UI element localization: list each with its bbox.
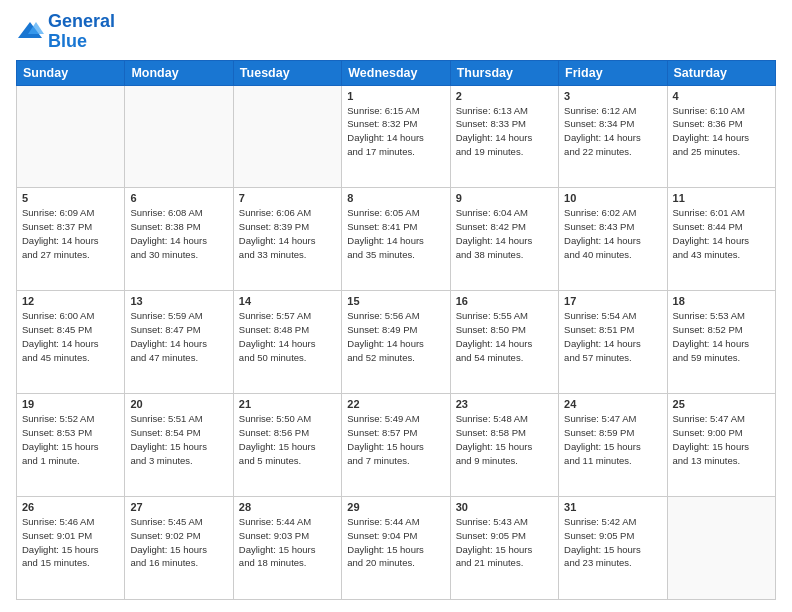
calendar-day-cell: 22Sunrise: 5:49 AM Sunset: 8:57 PM Dayli… <box>342 394 450 497</box>
calendar-day-cell: 1Sunrise: 6:15 AM Sunset: 8:32 PM Daylig… <box>342 85 450 188</box>
day-info: Sunrise: 5:49 AM Sunset: 8:57 PM Dayligh… <box>347 412 444 467</box>
day-of-week-header: Thursday <box>450 60 558 85</box>
day-number: 9 <box>456 192 553 204</box>
day-number: 29 <box>347 501 444 513</box>
day-number: 11 <box>673 192 770 204</box>
calendar-week-row: 1Sunrise: 6:15 AM Sunset: 8:32 PM Daylig… <box>17 85 776 188</box>
calendar-day-cell: 4Sunrise: 6:10 AM Sunset: 8:36 PM Daylig… <box>667 85 775 188</box>
day-info: Sunrise: 6:15 AM Sunset: 8:32 PM Dayligh… <box>347 104 444 159</box>
calendar-day-cell: 10Sunrise: 6:02 AM Sunset: 8:43 PM Dayli… <box>559 188 667 291</box>
day-of-week-header: Friday <box>559 60 667 85</box>
day-number: 4 <box>673 90 770 102</box>
page: General Blue SundayMondayTuesdayWednesda… <box>0 0 792 612</box>
day-number: 1 <box>347 90 444 102</box>
day-number: 12 <box>22 295 119 307</box>
day-info: Sunrise: 5:46 AM Sunset: 9:01 PM Dayligh… <box>22 515 119 570</box>
day-info: Sunrise: 5:54 AM Sunset: 8:51 PM Dayligh… <box>564 309 661 364</box>
calendar-day-cell: 23Sunrise: 5:48 AM Sunset: 8:58 PM Dayli… <box>450 394 558 497</box>
day-info: Sunrise: 5:43 AM Sunset: 9:05 PM Dayligh… <box>456 515 553 570</box>
calendar-day-cell <box>233 85 341 188</box>
day-info: Sunrise: 5:57 AM Sunset: 8:48 PM Dayligh… <box>239 309 336 364</box>
day-of-week-header: Sunday <box>17 60 125 85</box>
calendar-day-cell: 15Sunrise: 5:56 AM Sunset: 8:49 PM Dayli… <box>342 291 450 394</box>
day-number: 10 <box>564 192 661 204</box>
day-of-week-header: Tuesday <box>233 60 341 85</box>
day-info: Sunrise: 5:44 AM Sunset: 9:04 PM Dayligh… <box>347 515 444 570</box>
day-info: Sunrise: 6:00 AM Sunset: 8:45 PM Dayligh… <box>22 309 119 364</box>
day-info: Sunrise: 6:12 AM Sunset: 8:34 PM Dayligh… <box>564 104 661 159</box>
calendar-day-cell: 29Sunrise: 5:44 AM Sunset: 9:04 PM Dayli… <box>342 497 450 600</box>
day-number: 20 <box>130 398 227 410</box>
day-info: Sunrise: 5:52 AM Sunset: 8:53 PM Dayligh… <box>22 412 119 467</box>
day-info: Sunrise: 5:55 AM Sunset: 8:50 PM Dayligh… <box>456 309 553 364</box>
day-info: Sunrise: 6:13 AM Sunset: 8:33 PM Dayligh… <box>456 104 553 159</box>
day-number: 8 <box>347 192 444 204</box>
day-info: Sunrise: 5:44 AM Sunset: 9:03 PM Dayligh… <box>239 515 336 570</box>
calendar-day-cell: 5Sunrise: 6:09 AM Sunset: 8:37 PM Daylig… <box>17 188 125 291</box>
day-number: 19 <box>22 398 119 410</box>
calendar-day-cell <box>125 85 233 188</box>
calendar-day-cell: 8Sunrise: 6:05 AM Sunset: 8:41 PM Daylig… <box>342 188 450 291</box>
calendar-day-cell: 21Sunrise: 5:50 AM Sunset: 8:56 PM Dayli… <box>233 394 341 497</box>
calendar-week-row: 19Sunrise: 5:52 AM Sunset: 8:53 PM Dayli… <box>17 394 776 497</box>
calendar-day-cell: 18Sunrise: 5:53 AM Sunset: 8:52 PM Dayli… <box>667 291 775 394</box>
day-info: Sunrise: 6:01 AM Sunset: 8:44 PM Dayligh… <box>673 206 770 261</box>
calendar-day-cell <box>667 497 775 600</box>
day-info: Sunrise: 6:02 AM Sunset: 8:43 PM Dayligh… <box>564 206 661 261</box>
day-of-week-header: Saturday <box>667 60 775 85</box>
day-number: 30 <box>456 501 553 513</box>
day-info: Sunrise: 6:06 AM Sunset: 8:39 PM Dayligh… <box>239 206 336 261</box>
day-info: Sunrise: 6:04 AM Sunset: 8:42 PM Dayligh… <box>456 206 553 261</box>
day-info: Sunrise: 5:59 AM Sunset: 8:47 PM Dayligh… <box>130 309 227 364</box>
day-number: 31 <box>564 501 661 513</box>
calendar-table: SundayMondayTuesdayWednesdayThursdayFrid… <box>16 60 776 600</box>
day-info: Sunrise: 6:05 AM Sunset: 8:41 PM Dayligh… <box>347 206 444 261</box>
calendar-header-row: SundayMondayTuesdayWednesdayThursdayFrid… <box>17 60 776 85</box>
day-info: Sunrise: 5:42 AM Sunset: 9:05 PM Dayligh… <box>564 515 661 570</box>
logo-icon <box>16 18 44 46</box>
calendar-day-cell: 13Sunrise: 5:59 AM Sunset: 8:47 PM Dayli… <box>125 291 233 394</box>
calendar-day-cell: 17Sunrise: 5:54 AM Sunset: 8:51 PM Dayli… <box>559 291 667 394</box>
day-number: 7 <box>239 192 336 204</box>
day-number: 27 <box>130 501 227 513</box>
calendar-day-cell: 31Sunrise: 5:42 AM Sunset: 9:05 PM Dayli… <box>559 497 667 600</box>
day-number: 13 <box>130 295 227 307</box>
day-number: 23 <box>456 398 553 410</box>
calendar-day-cell: 9Sunrise: 6:04 AM Sunset: 8:42 PM Daylig… <box>450 188 558 291</box>
day-number: 22 <box>347 398 444 410</box>
day-number: 21 <box>239 398 336 410</box>
day-number: 24 <box>564 398 661 410</box>
day-info: Sunrise: 5:50 AM Sunset: 8:56 PM Dayligh… <box>239 412 336 467</box>
day-number: 3 <box>564 90 661 102</box>
day-of-week-header: Wednesday <box>342 60 450 85</box>
calendar-day-cell: 19Sunrise: 5:52 AM Sunset: 8:53 PM Dayli… <box>17 394 125 497</box>
day-of-week-header: Monday <box>125 60 233 85</box>
calendar-day-cell: 6Sunrise: 6:08 AM Sunset: 8:38 PM Daylig… <box>125 188 233 291</box>
logo: General Blue <box>16 12 115 52</box>
day-number: 2 <box>456 90 553 102</box>
day-info: Sunrise: 6:08 AM Sunset: 8:38 PM Dayligh… <box>130 206 227 261</box>
calendar-day-cell: 25Sunrise: 5:47 AM Sunset: 9:00 PM Dayli… <box>667 394 775 497</box>
day-number: 17 <box>564 295 661 307</box>
day-number: 5 <box>22 192 119 204</box>
calendar-week-row: 12Sunrise: 6:00 AM Sunset: 8:45 PM Dayli… <box>17 291 776 394</box>
day-info: Sunrise: 5:48 AM Sunset: 8:58 PM Dayligh… <box>456 412 553 467</box>
calendar-day-cell: 14Sunrise: 5:57 AM Sunset: 8:48 PM Dayli… <box>233 291 341 394</box>
calendar-day-cell: 30Sunrise: 5:43 AM Sunset: 9:05 PM Dayli… <box>450 497 558 600</box>
calendar-day-cell: 27Sunrise: 5:45 AM Sunset: 9:02 PM Dayli… <box>125 497 233 600</box>
day-number: 28 <box>239 501 336 513</box>
day-number: 16 <box>456 295 553 307</box>
calendar-day-cell: 24Sunrise: 5:47 AM Sunset: 8:59 PM Dayli… <box>559 394 667 497</box>
calendar-day-cell: 7Sunrise: 6:06 AM Sunset: 8:39 PM Daylig… <box>233 188 341 291</box>
calendar-day-cell: 3Sunrise: 6:12 AM Sunset: 8:34 PM Daylig… <box>559 85 667 188</box>
day-number: 15 <box>347 295 444 307</box>
day-number: 26 <box>22 501 119 513</box>
calendar-week-row: 26Sunrise: 5:46 AM Sunset: 9:01 PM Dayli… <box>17 497 776 600</box>
day-number: 14 <box>239 295 336 307</box>
day-info: Sunrise: 5:47 AM Sunset: 9:00 PM Dayligh… <box>673 412 770 467</box>
day-number: 6 <box>130 192 227 204</box>
day-number: 25 <box>673 398 770 410</box>
day-info: Sunrise: 5:47 AM Sunset: 8:59 PM Dayligh… <box>564 412 661 467</box>
header: General Blue <box>16 12 776 52</box>
calendar-day-cell: 28Sunrise: 5:44 AM Sunset: 9:03 PM Dayli… <box>233 497 341 600</box>
